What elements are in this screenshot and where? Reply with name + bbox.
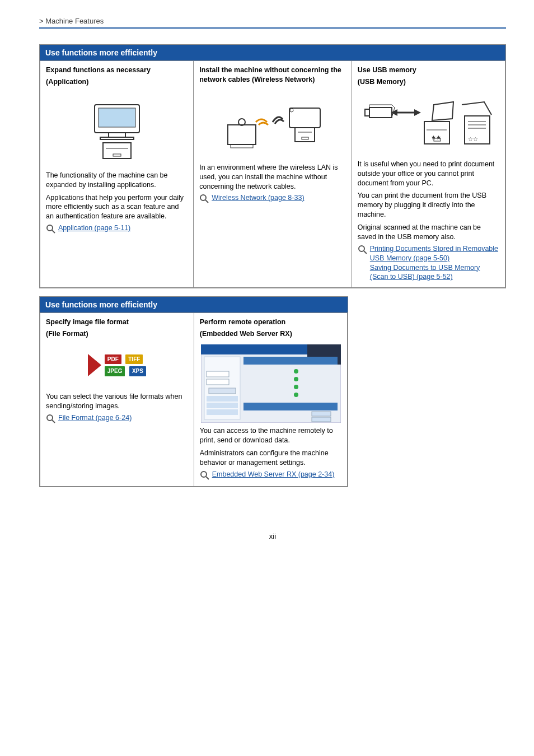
svg-point-51: [294, 369, 298, 374]
box1-c2-para1: In an environment where the wireless LAN…: [199, 163, 346, 192]
box2-grid: Specify image file format (File Format) …: [40, 312, 348, 486]
svg-rect-3: [100, 137, 134, 139]
svg-rect-45: [207, 379, 229, 385]
box1-c1-head2: (Application): [46, 77, 188, 87]
svg-line-18: [205, 200, 208, 203]
svg-rect-44: [207, 371, 229, 377]
box1-c3-head1: Use USB memory: [358, 66, 499, 75]
feature-box-1: Use functions more efficiently Expand fu…: [39, 44, 506, 288]
box1-c1-para1: The functionality of the machine can be …: [46, 171, 188, 190]
magnifier-icon: [46, 414, 56, 424]
svg-rect-55: [243, 403, 338, 410]
svg-point-53: [294, 385, 298, 389]
header-breadcrumb: > Machine Features: [39, 17, 506, 27]
svg-rect-46: [209, 388, 236, 394]
svg-line-35: [364, 251, 367, 254]
magnifier-icon: [200, 470, 210, 480]
wireless-link[interactable]: Wireless Network (page 8-33): [212, 194, 304, 202]
box1-c2-head1: Install the machine without concerning t…: [199, 66, 346, 85]
magnifier-icon: [358, 245, 368, 255]
box1-c1-para2: Applications that help you perform your …: [46, 193, 188, 222]
svg-rect-56: [312, 412, 331, 416]
svg-rect-9: [228, 125, 256, 144]
box2-title: Use functions more efficiently: [40, 297, 348, 312]
svg-point-37: [47, 415, 53, 421]
svg-line-8: [52, 230, 55, 233]
feature-box-2: Use functions more efficiently Specify i…: [39, 296, 348, 487]
webserver-link[interactable]: Embedded Web Server RX (page 2-34): [212, 470, 335, 478]
svg-rect-16: [302, 137, 308, 139]
usb-save-link[interactable]: Saving Documents to USB Memory (Scan to …: [370, 264, 480, 281]
svg-point-7: [47, 225, 53, 231]
svg-marker-36: [88, 354, 101, 376]
svg-rect-48: [207, 403, 238, 408]
svg-rect-19: [369, 108, 392, 118]
application-illustration: [46, 89, 188, 171]
box1-c3-para3: Original scanned at the machine can be s…: [358, 223, 499, 242]
usb-print-link[interactable]: Printing Documents Stored in Removable U…: [370, 245, 498, 262]
header-rule: [39, 27, 506, 29]
svg-line-38: [52, 420, 55, 423]
svg-rect-1: [99, 108, 135, 127]
svg-rect-57: [312, 417, 331, 422]
usb-illustration: ★★ ☆☆: [358, 89, 499, 160]
svg-rect-47: [207, 396, 238, 402]
svg-text:☆☆: ☆☆: [468, 136, 478, 142]
magnifier-icon: [199, 194, 209, 204]
fileformat-illustration: PDF TIFF JPEG XPS: [46, 341, 188, 392]
magnifier-icon: [46, 224, 56, 234]
svg-point-58: [201, 472, 207, 477]
box2-c2-para1: You can access to the machine remotely t…: [200, 426, 342, 445]
svg-rect-50: [243, 357, 338, 365]
box2-c1-head1: Specify image file format: [46, 318, 188, 327]
wireless-illustration: [199, 87, 346, 163]
svg-point-52: [294, 377, 298, 381]
svg-text:★★: ★★: [431, 134, 441, 141]
play-icon: [87, 351, 104, 379]
svg-rect-20: [365, 109, 369, 116]
box2-c2-para2: Administrators can configure the machine…: [200, 449, 342, 468]
box2-c2-head2: (Embedded Web Server RX): [200, 329, 342, 339]
webserver-illustration: [200, 341, 342, 426]
box1-c1-head1: Expand functions as necessary: [46, 66, 188, 75]
box1-c3-para2: You can print the document from the USB …: [358, 191, 499, 220]
svg-rect-12: [289, 108, 320, 128]
svg-point-34: [359, 246, 364, 251]
svg-point-13: [290, 109, 293, 112]
svg-point-54: [294, 393, 298, 397]
application-link[interactable]: Application (page 5-11): [58, 224, 130, 232]
svg-rect-25: [424, 122, 449, 144]
box1-title: Use functions more efficiently: [40, 45, 505, 60]
box1-c3-head2: (USB Memory): [358, 77, 499, 87]
svg-line-59: [206, 477, 209, 479]
tiff-badge: TIFF: [125, 354, 143, 365]
svg-point-17: [200, 195, 206, 200]
svg-marker-23: [414, 109, 421, 116]
box2-c2-head1: Perform remote operation: [200, 318, 342, 327]
box2-c1-head2: (File Format): [46, 329, 188, 339]
jpeg-badge: JPEG: [105, 366, 125, 376]
svg-rect-6: [113, 154, 121, 156]
page-number: xii: [39, 532, 506, 540]
svg-marker-21: [369, 105, 395, 118]
box2-c1-para1: You can select the various file formats …: [46, 392, 188, 411]
svg-rect-2: [109, 133, 125, 137]
fileformat-link[interactable]: File Format (page 6-24): [58, 414, 132, 422]
box1-c3-para1: It is useful when you need to print docu…: [358, 160, 499, 188]
box1-grid: Expand functions as necessary (Applicati…: [40, 60, 505, 288]
xps-badge: XPS: [129, 366, 146, 376]
svg-rect-49: [207, 409, 238, 415]
pdf-badge: PDF: [105, 354, 121, 365]
